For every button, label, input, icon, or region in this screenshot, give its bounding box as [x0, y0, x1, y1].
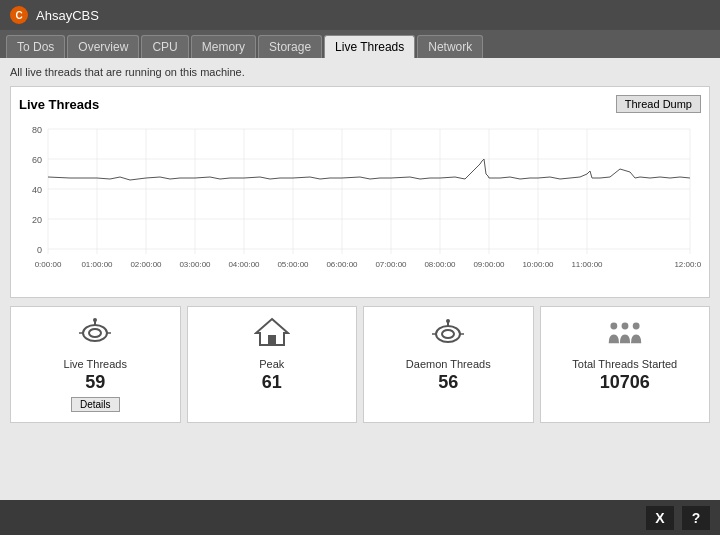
svg-text:20: 20: [32, 215, 42, 225]
live-threads-label: Live Threads: [64, 358, 127, 370]
chart-panel: Live Threads Thread Dump 80 60 40 20 0: [10, 86, 710, 298]
svg-text:05:00:00: 05:00:00: [277, 260, 309, 269]
page-subtitle: All live threads that are running on thi…: [10, 66, 710, 78]
svg-rect-43: [268, 335, 276, 345]
navbar: To Dos Overview CPU Memory Storage Live …: [0, 30, 720, 58]
tab-overview[interactable]: Overview: [67, 35, 139, 58]
svg-point-45: [442, 330, 454, 338]
peak-value: 61: [262, 372, 282, 393]
svg-point-51: [621, 323, 628, 330]
svg-text:11:00:00: 11:00:00: [571, 260, 603, 269]
svg-text:02:00:00: 02:00:00: [130, 260, 162, 269]
svg-text:12:00:00: 12:00:00: [674, 260, 701, 269]
svg-text:03:00:00: 03:00:00: [179, 260, 211, 269]
svg-text:0:00:00: 0:00:00: [35, 260, 62, 269]
tab-network[interactable]: Network: [417, 35, 483, 58]
svg-point-37: [89, 329, 101, 337]
peak-label: Peak: [259, 358, 284, 370]
app-logo: C: [10, 6, 28, 24]
live-threads-icon: [77, 317, 113, 354]
tab-cpu[interactable]: CPU: [141, 35, 188, 58]
svg-point-50: [610, 323, 617, 330]
svg-point-36: [83, 325, 107, 341]
stat-card-peak: Peak 61: [187, 306, 358, 423]
svg-point-52: [632, 323, 639, 330]
svg-text:01:00:00: 01:00:00: [81, 260, 113, 269]
thread-dump-button[interactable]: Thread Dump: [616, 95, 701, 113]
titlebar: C AhsayCBS: [0, 0, 720, 30]
chart-title: Live Threads: [19, 97, 99, 112]
svg-text:10:00:00: 10:00:00: [522, 260, 554, 269]
stats-row: Live Threads 59 Details Peak 61: [10, 306, 710, 423]
svg-text:04:00:00: 04:00:00: [228, 260, 260, 269]
svg-text:40: 40: [32, 185, 42, 195]
svg-point-44: [436, 326, 460, 342]
svg-text:06:00:00: 06:00:00: [326, 260, 358, 269]
tab-todos[interactable]: To Dos: [6, 35, 65, 58]
stat-card-total: Total Threads Started 10706: [540, 306, 711, 423]
chart-header: Live Threads Thread Dump: [19, 95, 701, 113]
close-button[interactable]: X: [646, 506, 674, 530]
daemon-threads-value: 56: [438, 372, 458, 393]
peak-icon: [254, 317, 290, 354]
svg-text:0: 0: [37, 245, 42, 255]
details-button[interactable]: Details: [71, 397, 120, 412]
live-threads-value: 59: [85, 372, 105, 393]
svg-point-47: [446, 319, 450, 323]
svg-point-39: [93, 318, 97, 322]
svg-text:80: 80: [32, 125, 42, 135]
total-threads-value: 10706: [600, 372, 650, 393]
tab-memory[interactable]: Memory: [191, 35, 256, 58]
total-threads-label: Total Threads Started: [572, 358, 677, 370]
tab-live-threads[interactable]: Live Threads: [324, 35, 415, 58]
stat-card-live-threads: Live Threads 59 Details: [10, 306, 181, 423]
chart-container: 80 60 40 20 0: [19, 119, 701, 289]
tab-storage[interactable]: Storage: [258, 35, 322, 58]
svg-text:07:00:00: 07:00:00: [375, 260, 407, 269]
daemon-threads-label: Daemon Threads: [406, 358, 491, 370]
total-threads-icon: [607, 317, 643, 354]
bottombar: X ?: [0, 500, 720, 535]
svg-text:09:00:00: 09:00:00: [473, 260, 505, 269]
threads-chart: 80 60 40 20 0: [19, 119, 701, 289]
svg-text:08:00:00: 08:00:00: [424, 260, 456, 269]
stat-card-daemon: Daemon Threads 56: [363, 306, 534, 423]
help-button[interactable]: ?: [682, 506, 710, 530]
app-title: AhsayCBS: [36, 8, 99, 23]
content-area: All live threads that are running on thi…: [0, 58, 720, 500]
svg-text:60: 60: [32, 155, 42, 165]
daemon-threads-icon: [430, 317, 466, 354]
